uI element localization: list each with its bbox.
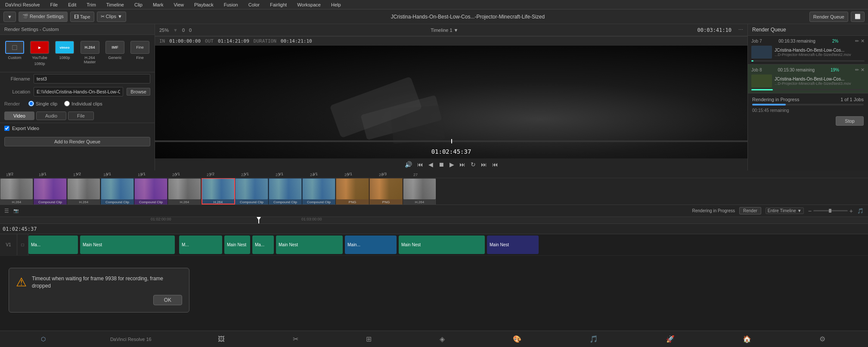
add-queue-button[interactable]: Add to Render Queue xyxy=(4,137,150,146)
play-btn[interactable]: ▶ xyxy=(450,161,454,168)
tab-file[interactable]: File xyxy=(68,112,94,120)
clip-25[interactable]: PNG xyxy=(336,178,369,204)
go-to-end-btn[interactable]: ⏭ xyxy=(459,161,465,168)
location-input[interactable] xyxy=(34,87,123,96)
format-youtube[interactable]: ▶ YouTube 1080p xyxy=(28,39,51,68)
zoom-out-btn[interactable]: − xyxy=(808,208,812,214)
clip-27[interactable]: H.264 xyxy=(403,178,437,204)
menu-item-file[interactable]: File xyxy=(49,1,60,8)
menu-item-davinci-resolve[interactable]: DaVinci Resolve xyxy=(3,1,42,8)
job8-edit-icon[interactable]: ✏ xyxy=(855,67,859,73)
camera-icon[interactable]: 📷 xyxy=(13,208,19,213)
timeline-selector[interactable]: Timeline 1 ▼ xyxy=(431,28,458,33)
track-clip-main-nest-2[interactable]: Main Nest xyxy=(224,235,250,254)
toolbar: ▼ 🎬 Render Settings 🎞 Tape ✂ Clips ▼ JCr… xyxy=(0,9,868,24)
clip-18[interactable]: Compound Clip xyxy=(101,178,134,204)
export-video-checkbox[interactable] xyxy=(4,126,9,131)
format-fine[interactable]: Fine Fine xyxy=(129,39,151,62)
render-overall-progress-bar xyxy=(752,104,864,105)
render-settings-btn[interactable]: 🎬 Render Settings xyxy=(19,12,68,22)
format-custom[interactable]: □ Custom xyxy=(3,39,26,62)
track-clip-main-nest-1[interactable]: Main Nest xyxy=(80,235,175,254)
menu-item-help[interactable]: Help xyxy=(329,1,343,8)
color-icon[interactable]: 🎨 xyxy=(511,333,523,345)
tab-audio[interactable]: Audio xyxy=(36,112,66,120)
go-to-start-btn[interactable]: ⏮ xyxy=(417,161,423,168)
fairlight-icon[interactable]: 🎵 xyxy=(588,333,600,345)
render-mode-btn[interactable]: Render xyxy=(739,207,761,214)
menu-item-edit[interactable]: Edit xyxy=(66,1,78,8)
settings-icon[interactable]: ⚙ xyxy=(818,333,827,345)
single-clip-radio[interactable]: Single clip xyxy=(28,101,57,106)
menu-item-fusion[interactable]: Fusion xyxy=(222,1,240,8)
zoom-in-btn[interactable]: + xyxy=(849,208,853,214)
expand-btn[interactable]: ⬜ xyxy=(851,12,865,22)
track-clip-main-nest-3[interactable]: Main Nest xyxy=(276,235,343,254)
clip-15[interactable]: H.264 xyxy=(0,178,34,204)
vimeo-sublabel: 1080p xyxy=(59,56,70,60)
render-job-8[interactable]: Job 8 00:15:30 remaining 19% ✏ ✕ JCristi… xyxy=(748,65,868,93)
menu-item-fairlight[interactable]: Fairlight xyxy=(268,1,288,8)
zoom-handle[interactable] xyxy=(829,209,831,213)
preview-info-left: 25% ▼ 0 0 xyxy=(159,28,192,33)
filename-input[interactable] xyxy=(34,74,150,84)
menu-item-trim[interactable]: Trim xyxy=(85,1,98,8)
clips-btn[interactable]: ✂ Clips ▼ xyxy=(97,12,126,22)
job7-delete-icon[interactable]: ✕ xyxy=(861,38,865,44)
deliver-icon[interactable]: 🚀 xyxy=(664,333,676,345)
menu-item-clip[interactable]: Clip xyxy=(133,1,144,8)
clip-21-type: H.264 xyxy=(202,200,235,204)
clip-20[interactable]: H.264 xyxy=(168,178,202,204)
individual-clips-radio[interactable]: Individual clips xyxy=(64,101,102,106)
track-clip-ma2[interactable]: Ma... xyxy=(252,235,274,254)
format-h264[interactable]: H.264 H.264 Master xyxy=(78,39,101,66)
clip-23[interactable]: Compound Clip xyxy=(269,178,302,204)
track-clip-purple-right[interactable]: Main Nest xyxy=(487,235,539,254)
menu-item-mark[interactable]: Mark xyxy=(151,1,165,8)
menu-item-color[interactable]: Color xyxy=(247,1,261,8)
track-clip-main[interactable]: Main... xyxy=(345,235,397,254)
volume-btn[interactable]: 🔊 xyxy=(405,161,412,168)
menu-item-workspace[interactable]: Workspace xyxy=(295,1,322,8)
clip-24[interactable]: Compound Clip xyxy=(302,178,336,204)
render-job-7[interactable]: Job 7 00:16:33 remaining 2% ✏ ✕ JCristin… xyxy=(748,36,868,65)
clip-26[interactable]: PNG xyxy=(369,178,403,204)
clip-track-v1-25: V1 xyxy=(347,172,352,176)
clip-17[interactable]: H.264 xyxy=(67,178,101,204)
menu-item-timeline[interactable]: Timeline xyxy=(105,1,126,8)
track-options-icon[interactable]: ☰ xyxy=(4,208,9,214)
prev-frame-btn[interactable]: ⏮ xyxy=(492,161,498,168)
timeline-scope-select[interactable]: Entire Timeline ▼ xyxy=(766,208,804,214)
media-icon[interactable]: 🖼 xyxy=(216,334,226,345)
browse-button[interactable]: Browse xyxy=(127,88,150,96)
menu-item-view[interactable]: View xyxy=(172,1,186,8)
clip-16[interactable]: Compound Clip xyxy=(34,178,67,204)
stop-btn[interactable]: ⏹ xyxy=(438,161,444,168)
stop-render-button[interactable]: Stop xyxy=(836,116,864,126)
track-clip-ma[interactable]: Ma... xyxy=(28,235,78,254)
track-clip-m2[interactable]: M... xyxy=(179,235,222,254)
render-queue-btn[interactable]: Render Queue xyxy=(809,12,848,22)
tape-btn[interactable]: 🎞 Tape xyxy=(70,12,94,22)
fusion-icon[interactable]: ◈ xyxy=(438,333,446,345)
audio-wave-icon[interactable]: 🎵 xyxy=(857,208,864,214)
edit-icon[interactable]: ⊞ xyxy=(364,333,373,345)
error-ok-button[interactable]: OK xyxy=(153,295,182,305)
preview-options-btn[interactable]: ⋯ xyxy=(738,27,743,33)
format-vimeo[interactable]: vimeo 1080p xyxy=(53,39,76,62)
clip-19[interactable]: Compound Clip xyxy=(134,178,168,204)
format-imf[interactable]: IMF Generic xyxy=(104,39,126,62)
loop-btn[interactable]: ↻ xyxy=(471,161,476,168)
job8-delete-icon[interactable]: ✕ xyxy=(861,67,865,73)
home-icon[interactable]: 🏠 xyxy=(741,333,753,345)
cut-icon[interactable]: ✂ xyxy=(291,333,300,345)
clip-22[interactable]: Compound Clip xyxy=(235,178,269,204)
tab-video[interactable]: Video xyxy=(4,112,34,120)
menu-item-playback[interactable]: Playback xyxy=(192,1,215,8)
job7-edit-icon[interactable]: ✏ xyxy=(855,38,859,44)
rewind-btn[interactable]: ◀ xyxy=(428,161,433,168)
next-frame-btn[interactable]: ⏭ xyxy=(481,161,487,168)
clip-21[interactable]: H.264 xyxy=(202,178,235,204)
track-clip-main-nest-4[interactable]: Main Nest xyxy=(399,235,485,254)
toolbar-dropdown-btn[interactable]: ▼ xyxy=(3,12,16,22)
